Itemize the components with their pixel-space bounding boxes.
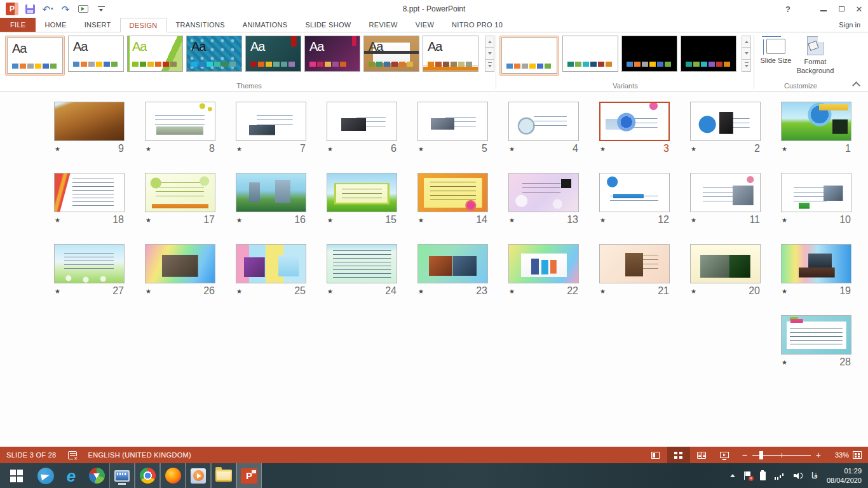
collapse-ribbon-button[interactable] <box>853 81 859 86</box>
firefox-icon[interactable] <box>160 463 186 488</box>
tab-animations[interactable]: ANIMATIONS <box>234 18 297 32</box>
variants-scroll-up-button[interactable] <box>742 36 751 48</box>
slide-thumbnail-25[interactable] <box>236 244 306 283</box>
tab-insert[interactable]: INSERT <box>76 18 120 32</box>
zoom-slider[interactable] <box>752 455 811 456</box>
theme-office-selected[interactable]: Aa <box>5 36 65 76</box>
tab-design[interactable]: DESIGN <box>120 18 167 32</box>
variants-more-button[interactable] <box>742 60 751 72</box>
computer-icon[interactable] <box>109 463 135 488</box>
restore-button[interactable] <box>832 0 850 18</box>
slide-thumbnail-27[interactable] <box>54 244 125 283</box>
save-button[interactable] <box>23 2 37 16</box>
variants-scroll-down-button[interactable] <box>742 48 751 60</box>
theme-office-2[interactable]: Aa <box>68 36 124 72</box>
slide-thumbnail-23[interactable] <box>417 244 488 283</box>
language-badge[interactable]: فا <box>811 471 818 480</box>
zoom-in-button[interactable]: + <box>816 451 821 459</box>
slide-thumbnail-19[interactable] <box>781 244 851 283</box>
powerpoint-icon[interactable]: P <box>236 463 262 488</box>
slide-thumbnail-18[interactable] <box>54 173 125 212</box>
slide-thumbnail-3[interactable] <box>599 102 670 141</box>
minimize-button[interactable] <box>815 0 832 18</box>
theme-retrospect[interactable]: Aa <box>423 36 478 72</box>
slide-thumbnail-2[interactable] <box>690 102 761 141</box>
tab-nitro-pro-10[interactable]: NITRO PRO 10 <box>443 18 512 32</box>
show-hidden-icons-button[interactable] <box>730 474 735 477</box>
file-explorer-icon[interactable] <box>211 463 236 488</box>
slide-thumbnail-8[interactable] <box>145 102 215 141</box>
slide-size-button[interactable]: Slide Size <box>756 32 796 76</box>
slideshow-view-button[interactable] <box>713 447 736 463</box>
variant-2[interactable] <box>562 36 618 72</box>
internet-explorer-icon[interactable]: e <box>58 463 84 488</box>
tab-slide-show[interactable]: SLIDE SHOW <box>296 18 360 32</box>
slide-thumbnail-13[interactable] <box>508 173 579 212</box>
slide-thumbnail-12[interactable] <box>599 173 670 212</box>
themes-scroll-down-button[interactable] <box>485 48 494 60</box>
powerpoint-logo[interactable]: P <box>5 2 19 16</box>
variant-1-selected[interactable] <box>499 36 559 76</box>
slide-thumbnail-6[interactable] <box>327 102 397 141</box>
slide-thumbnail-11[interactable] <box>690 173 761 212</box>
slide-thumbnail-4[interactable] <box>508 102 579 141</box>
sign-in-link[interactable]: Sign in <box>839 18 868 32</box>
themes-scroll-up-button[interactable] <box>485 36 494 48</box>
themes-more-button[interactable] <box>485 60 494 72</box>
variant-3[interactable] <box>621 36 677 72</box>
undo-button[interactable]: ↶▾ <box>41 2 55 16</box>
theme-organic[interactable]: Aa <box>363 36 419 72</box>
volume-icon[interactable] <box>794 471 803 480</box>
start-button[interactable] <box>0 463 33 488</box>
reading-view-button[interactable] <box>690 447 713 463</box>
language-indicator[interactable]: ENGLISH (UNITED KINGDOM) <box>88 451 191 459</box>
variant-4[interactable] <box>681 36 736 72</box>
zoom-percentage[interactable]: 33% <box>827 451 849 459</box>
tab-view[interactable]: VIEW <box>407 18 443 32</box>
slide-thumbnail-7[interactable] <box>236 102 306 141</box>
media-player-icon[interactable] <box>186 463 211 488</box>
close-button[interactable]: ✕ <box>850 0 868 18</box>
ribbon-display-options-button[interactable] <box>797 0 815 18</box>
slide-thumbnail-16[interactable] <box>236 173 306 212</box>
fit-slide-to-window-button[interactable] <box>853 451 862 459</box>
slide-thumbnail-10[interactable] <box>781 173 851 212</box>
slide-thumbnail-22[interactable] <box>508 244 579 283</box>
redo-button[interactable]: ↷ <box>58 2 72 16</box>
zoom-out-button[interactable]: − <box>742 451 747 459</box>
slide-thumbnail-14[interactable] <box>417 173 488 212</box>
network-signal-icon[interactable] <box>775 471 785 480</box>
theme-ion-boardroom[interactable]: Aa <box>304 36 360 72</box>
slide-sorter-area[interactable]: ★9★8★7★6★5★4★3★2★1★18★17★16★15★14★13★12★… <box>0 92 868 447</box>
chrome-icon[interactable] <box>135 463 160 488</box>
slide-thumbnail-15[interactable] <box>327 173 397 212</box>
slide-thumbnail-5[interactable] <box>417 102 488 141</box>
spellcheck-icon[interactable] <box>68 451 77 459</box>
slide-thumbnail-28[interactable] <box>781 315 851 355</box>
tab-home[interactable]: HOME <box>36 18 75 32</box>
tab-file[interactable]: FILE <box>0 18 36 32</box>
slide-thumbnail-1[interactable] <box>781 102 851 141</box>
customize-qat-button[interactable] <box>94 2 108 16</box>
slide-thumbnail-17[interactable] <box>145 173 215 212</box>
battery-icon[interactable] <box>760 471 766 480</box>
slide-thumbnail-21[interactable] <box>599 244 670 283</box>
variant-1[interactable] <box>501 37 557 74</box>
idm-icon[interactable] <box>84 463 109 488</box>
theme-integral[interactable]: Aa <box>186 36 242 72</box>
slide-thumbnail-9[interactable] <box>54 102 125 141</box>
start-slideshow-button[interactable] <box>76 2 90 16</box>
zoom-slider-thumb[interactable] <box>759 451 763 459</box>
tab-transitions[interactable]: TRANSITIONS <box>167 18 234 32</box>
format-background-button[interactable]: Format Background <box>796 32 835 76</box>
slide-sorter-view-button[interactable] <box>667 447 690 463</box>
telegram-icon[interactable] <box>33 463 58 488</box>
normal-view-button[interactable] <box>644 447 667 463</box>
action-center-flag-icon[interactable]: ✕ <box>744 471 751 480</box>
tab-review[interactable]: REVIEW <box>360 18 407 32</box>
theme-office[interactable]: Aa <box>7 37 63 74</box>
theme-ion[interactable]: Aa <box>245 36 301 72</box>
slide-thumbnail-20[interactable] <box>690 244 761 283</box>
slide-thumbnail-26[interactable] <box>145 244 215 283</box>
theme-facet[interactable]: Aa <box>127 36 183 72</box>
